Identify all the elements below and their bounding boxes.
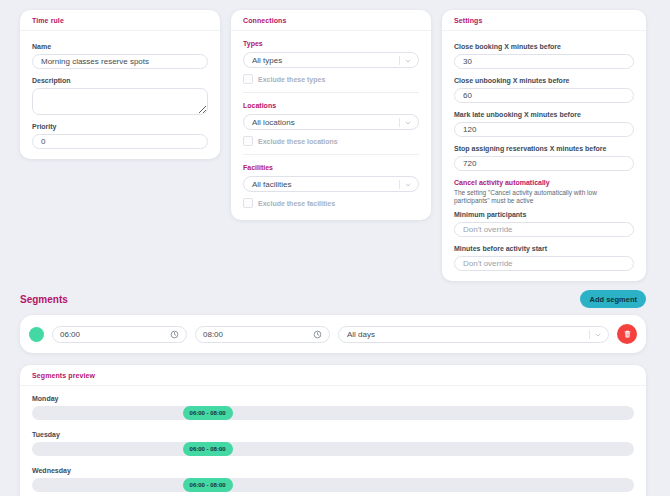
mark-late-unbooking-label: Mark late unbooking X minutes before	[454, 110, 634, 119]
settings-card-body: Close booking X minutes before Close unb…	[442, 31, 646, 281]
top-cards-row: Time rule Name Description Priority Conn…	[20, 10, 646, 281]
segment-color-dot	[29, 327, 44, 342]
locations-select[interactable]: All locations	[243, 114, 419, 130]
settings-card-header: Settings	[442, 10, 646, 31]
day-row-tuesday: Tuesday 06:00 - 08:00	[32, 430, 634, 456]
days-select-value: All days	[347, 330, 589, 339]
description-textarea[interactable]	[32, 88, 208, 115]
exclude-locations-checkbox[interactable]	[243, 136, 253, 146]
exclude-facilities-checkbox[interactable]	[243, 198, 253, 208]
types-section: Types All types Exclude these types	[243, 39, 419, 84]
day-label: Monday	[32, 394, 634, 403]
segments-preview-card: Segments preview Monday 06:00 - 08:00 Tu…	[20, 365, 646, 496]
minutes-before-start-input[interactable]	[454, 256, 634, 271]
day-row-wednesday: Wednesday 06:00 - 08:00	[32, 466, 634, 492]
trash-icon	[623, 327, 632, 342]
end-time-value: 08:00	[203, 330, 313, 339]
priority-input[interactable]	[32, 134, 208, 149]
day-timeline-track: 06:00 - 08:00	[32, 406, 634, 420]
minutes-before-start-label: Minutes before activity start	[454, 244, 634, 253]
select-divider	[589, 330, 590, 339]
minimum-participants-label: Minimum participants	[454, 210, 634, 219]
add-segment-button[interactable]: Add segment	[580, 290, 646, 308]
segment-pill[interactable]: 06:00 - 08:00	[183, 406, 233, 420]
connections-card-header: Connections	[231, 10, 431, 31]
day-label: Wednesday	[32, 466, 634, 475]
close-booking-label: Close booking X minutes before	[454, 42, 634, 51]
start-time-input[interactable]: 06:00	[52, 326, 187, 343]
locations-select-value: All locations	[252, 118, 399, 127]
connections-title: Connections	[243, 17, 419, 24]
name-label: Name	[32, 42, 208, 51]
start-time-value: 06:00	[60, 330, 170, 339]
chevron-down-icon	[404, 51, 412, 69]
page: Time rule Name Description Priority Conn…	[0, 0, 670, 496]
mark-late-unbooking-input[interactable]	[454, 122, 634, 137]
connections-card-body: Types All types Exclude these types Loca…	[231, 31, 431, 220]
day-label: Tuesday	[32, 430, 634, 439]
day-timeline-track: 06:00 - 08:00	[32, 478, 634, 492]
time-rule-card-body: Name Description Priority	[20, 31, 220, 159]
chevron-down-icon	[404, 175, 412, 193]
time-rule-card-header: Time rule	[20, 10, 220, 31]
chevron-down-icon	[594, 325, 602, 343]
settings-title: Settings	[454, 17, 634, 24]
cancel-activity-description: The setting "Cancel activity automatical…	[454, 189, 634, 205]
delete-segment-button[interactable]	[617, 324, 637, 344]
day-row-monday: Monday 06:00 - 08:00	[32, 394, 634, 420]
segments-preview-header: Segments preview	[20, 365, 646, 386]
exclude-types-label: Exclude these types	[258, 76, 325, 83]
clock-icon	[313, 325, 322, 343]
settings-card: Settings Close booking X minutes before …	[442, 10, 646, 281]
exclude-locations-row: Exclude these locations	[243, 136, 419, 146]
stop-assigning-input[interactable]	[454, 156, 634, 171]
description-label: Description	[32, 76, 208, 85]
select-divider	[399, 56, 400, 65]
close-booking-input[interactable]	[454, 54, 634, 69]
cancel-activity-title: Cancel activity automatically	[454, 178, 634, 187]
clock-icon	[170, 325, 179, 343]
time-rule-card: Time rule Name Description Priority	[20, 10, 220, 159]
stop-assigning-label: Stop assigning reservations X minutes be…	[454, 144, 634, 153]
segments-preview-body: Monday 06:00 - 08:00 Tuesday 06:00 - 08:…	[20, 386, 646, 496]
connections-card: Connections Types All types Exclude thes…	[231, 10, 431, 220]
exclude-facilities-label: Exclude these facilities	[258, 200, 335, 207]
locations-section: Locations All locations Exclude these lo…	[243, 92, 419, 146]
select-divider	[399, 118, 400, 127]
types-label: Types	[243, 39, 419, 48]
day-timeline-track: 06:00 - 08:00	[32, 442, 634, 456]
segments-heading: Segments	[20, 294, 68, 305]
types-select[interactable]: All types	[243, 52, 419, 68]
segments-preview-title: Segments preview	[32, 372, 634, 379]
segment-row: 06:00 08:00 All days	[20, 315, 646, 353]
segments-header-bar: Segments Add segment	[20, 290, 646, 308]
time-rule-title: Time rule	[32, 17, 208, 24]
exclude-facilities-row: Exclude these facilities	[243, 198, 419, 208]
name-input[interactable]	[32, 54, 208, 69]
segment-pill[interactable]: 06:00 - 08:00	[183, 478, 233, 492]
locations-label: Locations	[243, 101, 419, 110]
exclude-locations-label: Exclude these locations	[258, 138, 338, 145]
exclude-types-row: Exclude these types	[243, 74, 419, 84]
days-select[interactable]: All days	[338, 326, 609, 343]
segment-pill[interactable]: 06:00 - 08:00	[183, 442, 233, 456]
priority-label: Priority	[32, 122, 208, 131]
facilities-label: Facilities	[243, 163, 419, 172]
minimum-participants-input[interactable]	[454, 222, 634, 237]
types-select-value: All types	[252, 56, 399, 65]
exclude-types-checkbox[interactable]	[243, 74, 253, 84]
end-time-input[interactable]: 08:00	[195, 326, 330, 343]
close-unbooking-label: Close unbooking X minutes before	[454, 76, 634, 85]
facilities-section: Facilities All facilities Exclude these …	[243, 154, 419, 208]
close-unbooking-input[interactable]	[454, 88, 634, 103]
facilities-select[interactable]: All facilities	[243, 176, 419, 192]
select-divider	[399, 180, 400, 189]
facilities-select-value: All facilities	[252, 180, 399, 189]
chevron-down-icon	[404, 113, 412, 131]
